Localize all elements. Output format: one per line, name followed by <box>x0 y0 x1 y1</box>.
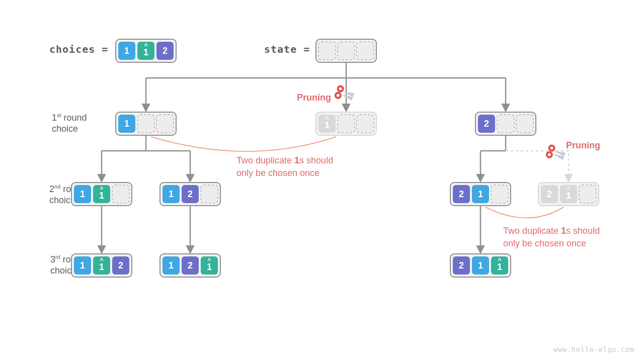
node-r2-b: 1 2 <box>160 183 220 206</box>
chip-1: 1 <box>124 46 129 56</box>
node-r1-c: 2 <box>475 112 536 135</box>
choices-box: 1 ^ 1 2 <box>116 39 176 62</box>
node-r1-b-pruned: ^ 1 <box>316 112 376 135</box>
watermark: www.hello-algo.com <box>553 345 634 353</box>
scissors-icon <box>335 85 355 103</box>
duplicate-link-1 <box>151 137 336 151</box>
svg-rect-40 <box>491 185 508 203</box>
node-r1-a: 1 <box>116 112 176 135</box>
node-r2-c: 2 1 <box>450 183 511 206</box>
svg-text:2: 2 <box>459 260 464 270</box>
node-r3-c: 2 1 ^ 1 <box>450 254 511 277</box>
svg-text:1: 1 <box>80 260 85 270</box>
svg-point-76 <box>337 85 344 92</box>
svg-point-81 <box>546 151 552 158</box>
node-r3-a: 1 ^ 1 2 <box>71 254 132 277</box>
svg-text:2: 2 <box>188 189 193 199</box>
scissors-icon <box>546 145 566 162</box>
svg-text:1: 1 <box>124 119 129 129</box>
pruning-label-1: Pruning <box>297 93 331 103</box>
chip-1hat: 1 <box>143 47 148 57</box>
duplicate-link-2 <box>486 207 564 218</box>
svg-text:1: 1 <box>325 120 330 130</box>
round1-label: 1st round <box>52 112 87 123</box>
svg-rect-21 <box>497 115 514 133</box>
svg-rect-7 <box>357 42 374 60</box>
choices-label: choices = <box>49 43 108 55</box>
svg-text:1: 1 <box>169 260 174 270</box>
svg-text:1: 1 <box>566 191 571 201</box>
svg-text:1: 1 <box>99 262 104 272</box>
svg-rect-34 <box>201 185 218 203</box>
round1-label-choice: choice <box>52 124 78 134</box>
pruning-label-2: Pruning <box>566 140 600 150</box>
svg-rect-15 <box>338 115 355 133</box>
svg-text:1: 1 <box>99 191 104 201</box>
svg-rect-11 <box>156 115 174 133</box>
svg-text:2: 2 <box>188 260 193 270</box>
dup-note-2b: only be chosen once <box>503 238 586 248</box>
svg-text:1: 1 <box>169 189 174 199</box>
svg-text:1: 1 <box>80 189 85 199</box>
dup-note-2: Two duplicate 1s should <box>503 226 600 236</box>
diagram-canvas: choices = 1 ^ 1 2 state = 1st r <box>0 0 644 362</box>
svg-text:2: 2 <box>459 189 464 199</box>
state-box <box>316 39 376 62</box>
svg-rect-10 <box>137 115 154 133</box>
node-r2-d-pruned: 2 ^ 1 <box>538 183 599 206</box>
svg-rect-46 <box>579 185 596 203</box>
svg-rect-27 <box>112 185 129 203</box>
svg-rect-16 <box>357 115 374 133</box>
svg-text:1: 1 <box>478 260 483 270</box>
node-r3-b: 1 2 ^ 1 <box>160 254 220 277</box>
svg-text:2: 2 <box>547 189 552 199</box>
svg-text:1: 1 <box>478 189 483 199</box>
svg-text:1: 1 <box>497 262 502 272</box>
svg-text:2: 2 <box>484 119 489 129</box>
svg-text:1: 1 <box>207 262 212 272</box>
dup-note-1: Two duplicate 1s should <box>236 155 333 165</box>
chip-2: 2 <box>163 46 168 56</box>
dup-note-1b: only be chosen once <box>236 168 319 178</box>
svg-point-80 <box>548 145 555 151</box>
svg-rect-6 <box>338 42 355 60</box>
svg-text:2: 2 <box>118 260 123 270</box>
svg-rect-5 <box>318 42 336 60</box>
node-r2-a: 1 ^ 1 <box>71 183 132 206</box>
svg-point-77 <box>335 92 341 99</box>
state-label: state = <box>264 43 310 55</box>
svg-rect-22 <box>516 115 533 133</box>
